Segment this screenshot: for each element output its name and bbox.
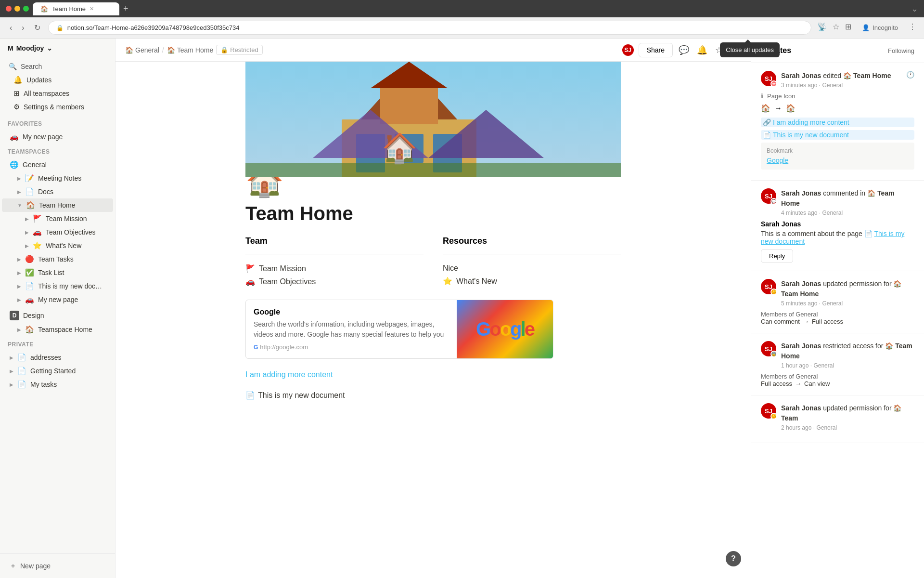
- workspace-icon: M: [8, 44, 13, 52]
- update-text-3: Sarah Jonas updated permission for 🏠 Tea…: [781, 279, 914, 299]
- maximize-dot[interactable]: [23, 6, 29, 12]
- sidebar-item-my-tasks[interactable]: ▶ 📄 My tasks: [2, 378, 113, 391]
- search-btn[interactable]: 🔍 Search: [4, 60, 111, 73]
- comment-doc-link[interactable]: This is my new document: [761, 230, 904, 245]
- page-breadcrumb-icon: 🏠: [167, 46, 175, 54]
- breadcrumb-home[interactable]: 🏠 General: [125, 46, 159, 54]
- active-tab[interactable]: 🏠 Team Home ✕: [33, 2, 119, 15]
- update-text-5: Sarah Jonas updated permission for 🏠 Tea…: [781, 403, 914, 423]
- bookmark-card[interactable]: Google Search the world's information, i…: [245, 300, 553, 359]
- update-doc-link-1[interactable]: 📄 This is my new document: [761, 130, 914, 140]
- team-column: Team 🚩 Team Mission 🚗 Team Objectives: [245, 236, 424, 288]
- sidebar-item-team-tasks[interactable]: ▶ 🔴 Team Tasks: [2, 252, 113, 266]
- update-text-container-4: Sarah Jonas restricted access for 🏠 Team…: [781, 341, 914, 369]
- breadcrumb-page[interactable]: 🏠 Team Home: [167, 46, 213, 54]
- following-btn[interactable]: Following: [888, 47, 914, 54]
- perm-subject-3: Members of General: [761, 311, 914, 318]
- help-btn[interactable]: ?: [726, 551, 741, 566]
- update-avatar-5: SJ 🔑: [761, 403, 776, 419]
- back-btn[interactable]: ‹: [8, 22, 14, 34]
- sidebar-item-whats-new[interactable]: ▶ ⭐ What's New: [2, 239, 113, 252]
- new-tab-btn[interactable]: +: [123, 4, 128, 14]
- sidebar-item-docs[interactable]: ▶ 📄 Docs: [2, 185, 113, 198]
- update-text-container-2: Sarah Jonas commented in 🏠 Team Home 4 m…: [781, 188, 914, 216]
- content-link-1[interactable]: 🔗 I am adding more content: [763, 118, 912, 126]
- car2-icon: 🚗: [33, 228, 42, 236]
- arrow-icon: →: [774, 104, 782, 113]
- updates-bell-btn[interactable]: 🔔: [695, 43, 709, 57]
- url-input[interactable]: 🔒 notion.so/Team-Home-a626e39209a748798e…: [48, 21, 812, 35]
- svg-text:🏠: 🏠: [382, 131, 418, 165]
- restricted-badge[interactable]: 🔒 Restricted: [216, 45, 263, 55]
- sidebar-item-team-home[interactable]: ▼ 🏠 Team Home: [2, 198, 113, 212]
- update-clock-icon-1: 🕐: [906, 71, 914, 79]
- close-dot[interactable]: [6, 6, 12, 12]
- cast-icon[interactable]: 📡: [817, 22, 827, 33]
- team-mission-link[interactable]: 🚩 Team Mission: [245, 262, 424, 275]
- update-author-4: Sarah Jonas: [781, 342, 821, 350]
- update-detail-4: Members of General Full access → Can vie…: [761, 373, 914, 387]
- sidebar-item-task-list[interactable]: ▶ ✅ Task List: [2, 266, 113, 279]
- topbar: 🏠 General / 🏠 Team Home 🔒 Restricted SJ …: [116, 39, 751, 62]
- window-expand-btn[interactable]: ⌄: [911, 3, 918, 14]
- update-text-container-3: Sarah Jonas updated permission for 🏠 Tea…: [781, 279, 914, 307]
- sidebar-item-new-document[interactable]: ▶ 📄 This is my new document: [2, 279, 113, 293]
- sidebar-item-my-new-page-fav[interactable]: 🚗 My new page: [2, 130, 113, 144]
- update-text-1: Sarah Jonas edited 🏠 Team Home: [781, 71, 901, 81]
- link-icon: 🔗: [763, 118, 771, 126]
- lock-icon: 🔒: [56, 25, 64, 31]
- bookmark-link-1[interactable]: Google: [767, 157, 788, 164]
- design-avatar: D: [10, 311, 19, 320]
- sidebar-item-addresses[interactable]: ▶ 📄 addresses: [2, 351, 113, 364]
- profile-chip[interactable]: 👤 Incognito: [857, 22, 903, 33]
- update-content-link-1[interactable]: 🔗 I am adding more content: [761, 118, 914, 127]
- updates-icon: 🔔: [13, 76, 23, 84]
- window-controls[interactable]: [6, 6, 29, 12]
- comment-author-2: Sarah Jonas: [761, 220, 914, 228]
- sidebar-item-team-objectives[interactable]: ▶ 🚗 Team Objectives: [2, 225, 113, 239]
- comment-btn[interactable]: 💬: [677, 43, 691, 57]
- bookmark-star-icon[interactable]: ☆: [833, 22, 839, 33]
- notes-icon: 📝: [25, 174, 34, 183]
- tab-favicon: 🏠: [40, 5, 48, 13]
- new-document-link[interactable]: 📄 This is my new document: [245, 391, 345, 400]
- design-section: D Design ▶ 🏠 Teamspace Home: [0, 308, 115, 336]
- nice-link[interactable]: Nice: [443, 262, 621, 275]
- whats-new-link[interactable]: ⭐ What's New: [443, 275, 621, 288]
- sidebar-item-updates[interactable]: 🔔 Updates: [6, 73, 109, 87]
- chevron-icon: ▶: [10, 382, 13, 387]
- sidebar-item-getting-started[interactable]: ▶ 📄 Getting Started: [2, 364, 113, 378]
- workspace-name[interactable]: M Moodjoy ⌄: [8, 44, 52, 52]
- new-document-section: 📄 This is my new document: [245, 391, 621, 406]
- sidebar-item-general[interactable]: 🌐 General: [2, 158, 113, 171]
- sidebar-header: M Moodjoy ⌄: [0, 39, 115, 58]
- flag-icon: 🚩: [33, 214, 42, 223]
- team-objectives-link[interactable]: 🚗 Team Objectives: [245, 275, 424, 288]
- reload-btn[interactable]: ↻: [32, 21, 42, 34]
- forward-btn[interactable]: ›: [20, 22, 26, 34]
- sidebar-item-design[interactable]: D Design: [2, 308, 113, 323]
- tab-grid-icon[interactable]: ⊞: [845, 22, 851, 33]
- sidebar-item-all-teamspaces[interactable]: ⊞ All teamspaces: [6, 87, 109, 100]
- star-icon: ⭐: [443, 276, 452, 286]
- sidebar-item-teamspace-home[interactable]: ▶ 🏠 Teamspace Home: [2, 323, 113, 336]
- update-text-container-5: Sarah Jonas updated permission for 🏠 Tea…: [781, 403, 914, 431]
- minimize-dot[interactable]: [14, 6, 20, 12]
- menu-icon[interactable]: ⋮: [909, 22, 916, 33]
- icon-change-row: 🏠 → 🏠: [761, 104, 914, 113]
- sidebar-item-my-new-page[interactable]: ▶ 🚗 My new page: [2, 293, 113, 306]
- sidebar-item-team-mission[interactable]: ▶ 🚩 Team Mission: [2, 212, 113, 225]
- incognito-icon: 👤: [862, 24, 870, 31]
- reply-btn-2[interactable]: Reply: [761, 249, 793, 263]
- tab-close-btn[interactable]: ✕: [90, 6, 94, 12]
- doc-link-1[interactable]: 📄 This is my new document: [763, 131, 912, 139]
- chevron-icon: ▶: [25, 216, 29, 222]
- close-updates-tooltip: Close all updates: [720, 42, 751, 57]
- update-meta-4: SJ 🔒 Sarah Jonas restricted access for 🏠…: [761, 341, 914, 369]
- sidebar-item-meeting-notes[interactable]: ▶ 📝 Meeting Notes: [2, 171, 113, 185]
- sidebar-item-settings[interactable]: ⚙ Settings & members: [6, 100, 109, 114]
- share-btn[interactable]: Share: [639, 43, 673, 57]
- chevron-icon: ▶: [10, 355, 13, 360]
- new-page-btn[interactable]: ＋ New page: [4, 558, 111, 574]
- adding-content-link[interactable]: I am adding more content: [245, 370, 333, 379]
